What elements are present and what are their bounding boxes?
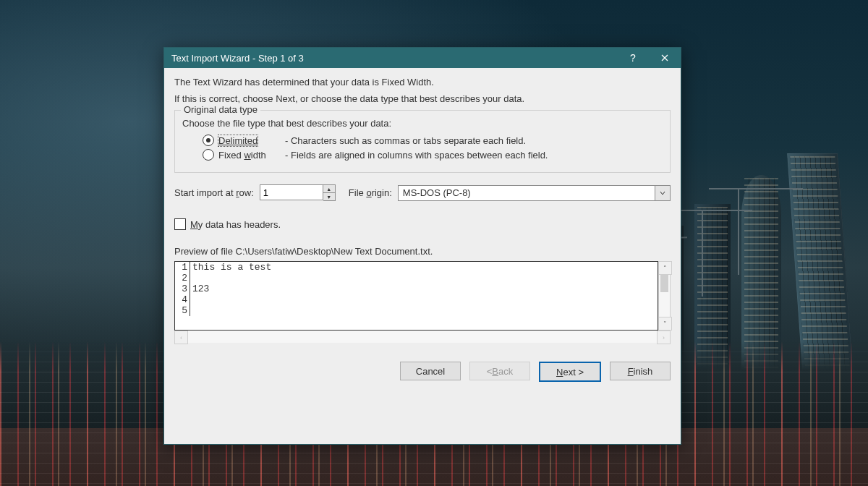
preview-row-text: [190, 294, 274, 305]
fixed-width-description: - Fields are aligned in columns with spa…: [285, 150, 548, 161]
desktop-background: Text Import Wizard - Step 1 of 3 ? The T…: [0, 0, 868, 486]
preview-row-text: [190, 305, 274, 316]
cancel-button[interactable]: Cancel: [400, 362, 461, 380]
scroll-right-button[interactable]: ›: [657, 331, 671, 344]
close-button[interactable]: [649, 48, 681, 68]
back-button: < Back: [469, 362, 530, 380]
radio-icon: [203, 135, 214, 146]
preview-row-text: [190, 273, 274, 284]
bg-crane: [673, 210, 752, 211]
close-icon: [661, 54, 668, 61]
scroll-down-button[interactable]: ˅: [658, 317, 672, 331]
horizontal-scrollbar[interactable]: ‹ ›: [174, 331, 671, 343]
delimited-option[interactable]: Delimited - Characters such as commas or…: [203, 135, 663, 146]
radio-icon: [203, 149, 214, 161]
start-import-row-label: Start import at row:: [174, 187, 254, 198]
dialog-title: Text Import Wizard - Step 1 of 3: [171, 53, 617, 64]
preview-row: 1this is a test: [175, 262, 273, 273]
preview-row: 5: [175, 305, 273, 316]
preview-row: 4: [175, 294, 273, 305]
chevron-down-icon: [660, 190, 665, 196]
preview-row-number: 3: [175, 284, 190, 294]
original-data-type-group: Original data type Choose the file type …: [174, 110, 671, 173]
scroll-up-button[interactable]: ˄: [658, 261, 672, 275]
spin-down-button[interactable]: ▼: [323, 193, 335, 200]
intro-line-2: If this is correct, choose Next, or choo…: [174, 93, 671, 104]
bg-crane: [709, 188, 803, 189]
preview-row-text: 123: [190, 284, 274, 294]
preview-row: 2: [175, 273, 273, 284]
file-origin-label: File origin:: [349, 187, 392, 198]
start-import-row-spinner[interactable]: ▲ ▼: [260, 184, 336, 201]
original-data-type-legend: Original data type: [181, 104, 260, 115]
text-import-wizard-dialog: Text Import Wizard - Step 1 of 3 ? The T…: [163, 47, 681, 445]
preview-pane: 1this is a test2312345: [174, 261, 658, 331]
next-button[interactable]: Next >: [539, 362, 601, 382]
titlebar[interactable]: Text Import Wizard - Step 1 of 3 ?: [164, 48, 681, 68]
intro-line-1: The Text Wizard has determined that your…: [174, 77, 671, 88]
checkbox-icon: [174, 218, 186, 230]
my-data-has-headers-checkbox[interactable]: My data has headers.: [174, 218, 671, 230]
fixed-width-option[interactable]: Fixed width - Fields are aligned in colu…: [203, 149, 663, 161]
help-button[interactable]: ?: [617, 48, 649, 68]
vertical-scrollbar[interactable]: ˄ ˅: [658, 261, 671, 331]
spin-up-button[interactable]: ▲: [323, 185, 335, 193]
scroll-track[interactable]: [658, 275, 671, 317]
delimited-description: - Characters such as commas or tabs sepa…: [285, 135, 526, 146]
preview-row-number: 1: [175, 262, 190, 273]
delimited-radio-label: Delimited: [218, 135, 258, 146]
file-origin-value: MS-DOS (PC-8): [398, 185, 655, 201]
preview-row-text: this is a test: [190, 262, 274, 273]
preview-row-number: 2: [175, 273, 190, 284]
fixed-width-radio-label: Fixed width: [218, 150, 285, 161]
finish-button[interactable]: Finish: [610, 362, 671, 380]
preview-label: Preview of file C:\Users\fatiw\Desktop\N…: [174, 246, 671, 257]
choose-file-type-label: Choose the file type that best describes…: [182, 118, 663, 129]
preview-row: 3123: [175, 284, 273, 294]
scroll-left-button[interactable]: ‹: [174, 331, 188, 344]
preview-row-number: 5: [175, 305, 190, 316]
start-import-row-input[interactable]: [260, 184, 323, 200]
my-data-has-headers-label: My data has headers.: [190, 219, 281, 230]
preview-row-number: 4: [175, 294, 190, 305]
dropdown-button[interactable]: [655, 185, 671, 201]
file-origin-dropdown[interactable]: MS-DOS (PC-8): [398, 185, 671, 201]
scroll-thumb[interactable]: [660, 275, 668, 292]
